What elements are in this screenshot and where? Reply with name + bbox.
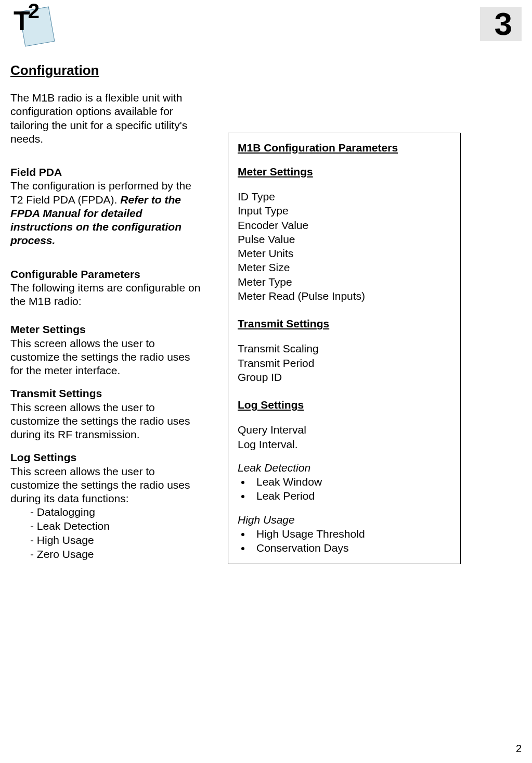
field-pda-section: Field PDA The configuration is performed…	[10, 166, 203, 248]
param-item: Meter Units	[238, 246, 451, 260]
meter-settings-text: This screen allows the user to customize…	[10, 337, 190, 377]
config-params-section: Configurable Parameters The following it…	[10, 268, 203, 309]
content-columns: The M1B radio is a flexible unit with co…	[10, 91, 522, 564]
param-item: Group ID	[238, 370, 451, 384]
transmit-settings-section: Transmit Settings This screen allows the…	[10, 387, 203, 441]
list-item: - Zero Usage	[30, 548, 203, 562]
list-item: Conservation Days	[251, 541, 451, 555]
list-item: Leak Window	[251, 475, 451, 489]
param-item: Transmit Scaling	[238, 341, 451, 355]
parameters-box: M1B Configuration Parameters Meter Setti…	[228, 133, 461, 564]
logo-text: T2	[14, 4, 37, 36]
param-item: Encoder Value	[238, 218, 451, 232]
page-number: 2	[516, 743, 522, 755]
high-usage-list: High Usage Threshold Conservation Days	[238, 527, 451, 555]
meter-settings-heading: Meter Settings	[10, 323, 86, 335]
config-params-text: The following items are configurable on …	[10, 282, 200, 307]
param-item: Query Interval	[238, 423, 451, 437]
high-usage-label: High Usage	[238, 513, 451, 527]
param-item: Transmit Period	[238, 356, 451, 370]
left-column: The M1B radio is a flexible unit with co…	[10, 91, 203, 562]
log-settings-text: This screen allows the user to customize…	[10, 465, 190, 505]
param-item: Input Type	[238, 204, 451, 218]
chapter-number: 3	[495, 8, 512, 40]
list-item: High Usage Threshold	[251, 527, 451, 541]
intro-paragraph: The M1B radio is a flexible unit with co…	[10, 91, 203, 146]
leak-detection-label: Leak Detection	[238, 461, 451, 475]
list-item: - High Usage	[30, 533, 203, 548]
param-item: Meter Read (Pulse Inputs)	[238, 289, 451, 303]
list-item: Leak Period	[251, 489, 451, 503]
param-item: ID Type	[238, 189, 451, 204]
log-settings-section: Log Settings This screen allows the user…	[10, 451, 203, 562]
box-log-heading: Log Settings	[238, 399, 451, 411]
logo-number-2: 2	[28, 0, 37, 22]
main-heading: Configuration	[10, 62, 522, 79]
list-item: - Leak Detection	[30, 519, 203, 533]
config-params-heading: Configurable Parameters	[10, 268, 140, 280]
box-meter-heading: Meter Settings	[238, 166, 451, 178]
logo: T2	[10, 3, 52, 47]
list-item: - Datalogging	[30, 505, 203, 519]
log-settings-sublist: - Datalogging - Leak Detection - High Us…	[10, 505, 203, 562]
param-item: Meter Type	[238, 275, 451, 289]
field-pda-heading: Field PDA	[10, 166, 62, 178]
chapter-number-box: 3	[480, 7, 522, 41]
right-column: M1B Configuration Parameters Meter Setti…	[228, 133, 461, 564]
transmit-settings-text: This screen allows the user to customize…	[10, 401, 190, 441]
param-item: Log Interval.	[238, 437, 451, 451]
logo-letter-t: T	[14, 6, 28, 36]
param-item: Pulse Value	[238, 232, 451, 246]
box-transmit-heading: Transmit Settings	[238, 317, 451, 330]
transmit-settings-heading: Transmit Settings	[10, 387, 102, 399]
leak-detection-list: Leak Window Leak Period	[238, 475, 451, 503]
page-header: T2 3	[10, 3, 522, 47]
param-item: Meter Size	[238, 260, 451, 274]
box-title: M1B Configuration Parameters	[238, 142, 451, 154]
log-settings-heading: Log Settings	[10, 451, 76, 463]
meter-settings-section: Meter Settings This screen allows the us…	[10, 323, 203, 377]
